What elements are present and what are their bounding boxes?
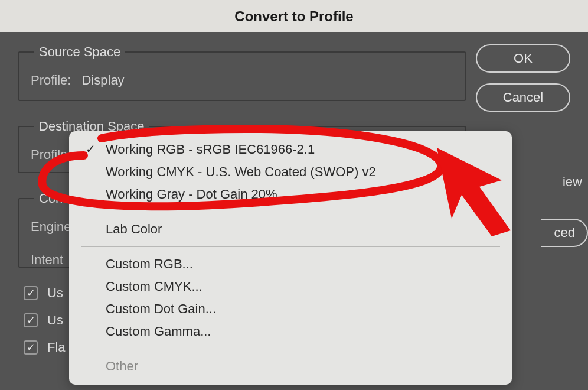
checkbox-use1-label: Us [47, 285, 63, 301]
source-profile-value: Display [81, 73, 124, 88]
conversion-options-legend: Conv [34, 191, 74, 206]
dialog-title-text: Convert to Profile [234, 8, 353, 25]
preview-checkbox-partial[interactable]: iew [563, 174, 582, 190]
checkbox-flatten[interactable]: ✓ [24, 340, 38, 355]
dropdown-item-working-gray[interactable]: Working Gray - Dot Gain 20% [69, 183, 512, 206]
dropdown-item-working-rgb[interactable]: Working RGB - sRGB IEC61966-2.1 [69, 138, 512, 161]
ok-button[interactable]: OK [476, 44, 570, 73]
advanced-button-partial[interactable]: ced [541, 219, 588, 247]
destination-profile-label: Profile [31, 147, 67, 162]
dropdown-separator-1 [81, 212, 500, 212]
source-space-legend: Source Space [34, 44, 125, 60]
checkbox-use1[interactable]: ✓ [24, 286, 38, 300]
dropdown-item-other[interactable]: Other [69, 355, 512, 378]
checkbox-use2[interactable]: ✓ [24, 313, 38, 327]
dropdown-item-lab-color[interactable]: Lab Color [69, 218, 512, 240]
dropdown-item-custom-gamma[interactable]: Custom Gamma... [69, 320, 512, 343]
source-profile-label: Profile: [31, 73, 71, 88]
dropdown-item-custom-cmyk[interactable]: Custom CMYK... [69, 275, 512, 298]
dropdown-item-custom-dot-gain[interactable]: Custom Dot Gain... [69, 298, 512, 320]
cancel-button[interactable]: Cancel [476, 83, 570, 112]
dropdown-separator-3 [81, 349, 500, 349]
dialog-title: Convert to Profile [0, 0, 588, 32]
source-space-fieldset: Source Space Profile: Display [18, 44, 466, 101]
source-profile-row: Profile: Display [31, 73, 453, 88]
checkbox-use2-label: Us [47, 313, 63, 328]
profile-dropdown[interactable]: Working RGB - sRGB IEC61966-2.1 Working … [69, 131, 512, 385]
dropdown-separator-2 [81, 246, 500, 247]
dropdown-item-working-cmyk[interactable]: Working CMYK - U.S. Web Coated (SWOP) v2 [69, 161, 512, 183]
dialog-buttons: OK Cancel [476, 44, 570, 112]
dropdown-item-custom-rgb[interactable]: Custom RGB... [69, 253, 512, 275]
checkbox-flatten-label: Fla [47, 340, 66, 355]
